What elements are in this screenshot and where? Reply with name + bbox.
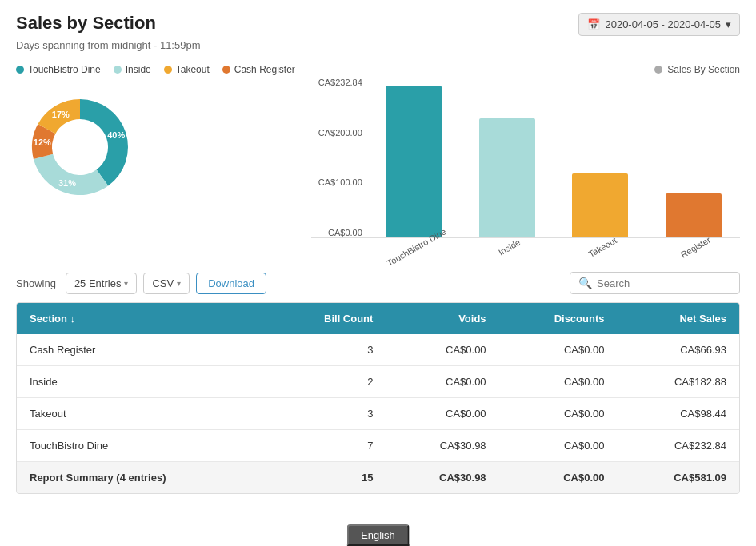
legend-label: TouchBistro Dine bbox=[28, 64, 101, 75]
legend-item: Cash Register bbox=[222, 64, 295, 75]
left-panel: TouchBistro DineInsideTakeoutCash Regist… bbox=[16, 64, 295, 211]
legend-item: Inside bbox=[114, 64, 151, 75]
table-header-cell[interactable]: Discounts bbox=[499, 303, 618, 334]
x-label-group: TouchBistro Dine bbox=[367, 238, 461, 253]
x-axis: TouchBistro DineInsideTakeoutRegister bbox=[311, 238, 740, 253]
bar-chart-inner: CA$232.84CA$200.00CA$100.00CA$0.00 bbox=[311, 78, 740, 238]
legend-label: Cash Register bbox=[234, 64, 295, 75]
x-label-group: Takeout bbox=[554, 238, 647, 253]
x-axis-label: Inside bbox=[497, 237, 522, 257]
language-button[interactable]: English bbox=[346, 524, 410, 546]
table-cell: CA$0.00 bbox=[499, 430, 618, 462]
table-summary-row: Report Summary (4 entries)15CA$30.98CA$0… bbox=[17, 462, 739, 494]
date-picker-button[interactable]: 📅 2020-04-05 - 2020-04-05 ▾ bbox=[578, 13, 740, 36]
bar-group bbox=[367, 86, 461, 237]
legend-dot bbox=[222, 66, 230, 74]
table-header-cell[interactable]: Voids bbox=[386, 303, 498, 334]
subtitle: Days spanning from midnight - 11:59pm bbox=[16, 39, 740, 51]
table-header-cell[interactable]: Section ↓ bbox=[17, 303, 270, 334]
table-cell: 2 bbox=[270, 366, 386, 398]
x-label-group: Inside bbox=[460, 238, 554, 253]
table-cell: Cash Register bbox=[17, 334, 270, 366]
summary-cell: CA$30.98 bbox=[386, 462, 498, 494]
donut-chart: 40%31%12%17% bbox=[16, 83, 144, 211]
bar bbox=[572, 173, 628, 237]
search-input[interactable] bbox=[597, 277, 731, 289]
table-cell: CA$0.00 bbox=[499, 334, 618, 366]
toolbar: Showing 25 Entries ▾ CSV ▾ Download 🔍 bbox=[16, 272, 740, 294]
summary-cell: CA$0.00 bbox=[499, 462, 618, 494]
table-cell: 3 bbox=[270, 334, 386, 366]
donut-segment bbox=[80, 99, 128, 186]
date-caret-icon: ▾ bbox=[726, 18, 731, 30]
page: Sales by Section 📅 2020-04-05 - 2020-04-… bbox=[0, 0, 756, 546]
donut-label: 12% bbox=[34, 137, 51, 147]
legend-dot bbox=[114, 66, 122, 74]
legend-label: Inside bbox=[126, 64, 151, 75]
format-dropdown[interactable]: CSV ▾ bbox=[143, 273, 190, 294]
entries-dropdown[interactable]: 25 Entries ▾ bbox=[66, 273, 138, 294]
entries-caret-icon: ▾ bbox=[124, 279, 128, 288]
donut-label: 40% bbox=[107, 130, 125, 140]
legend-dot bbox=[16, 66, 24, 74]
table-body: Cash Register3CA$0.00CA$0.00CA$66.93Insi… bbox=[17, 334, 739, 493]
y-axis-label: CA$200.00 bbox=[311, 129, 362, 137]
x-axis-label: Register bbox=[679, 235, 712, 260]
donut-label: 31% bbox=[58, 178, 76, 188]
table-row: TouchBistro Dine7CA$30.98CA$0.00CA$232.8… bbox=[17, 430, 739, 462]
summary-cell: Report Summary (4 entries) bbox=[17, 462, 270, 494]
table-cell: 7 bbox=[270, 430, 386, 462]
table-cell: CA$0.00 bbox=[386, 366, 498, 398]
table-cell: CA$0.00 bbox=[499, 398, 618, 430]
legend-item: Takeout bbox=[164, 64, 210, 75]
legend-item: TouchBistro Dine bbox=[16, 64, 101, 75]
x-label-group: Register bbox=[646, 238, 740, 253]
y-axis-label: CA$100.00 bbox=[311, 178, 362, 187]
donut-label: 17% bbox=[52, 110, 70, 119]
page-title: Sales by Section bbox=[16, 13, 156, 34]
table-row: Takeout3CA$0.00CA$0.00CA$98.44 bbox=[17, 398, 739, 430]
legend: TouchBistro DineInsideTakeoutCash Regist… bbox=[16, 64, 295, 75]
table-row: Cash Register3CA$0.00CA$0.00CA$66.93 bbox=[17, 334, 739, 366]
table-header-cell[interactable]: Net Sales bbox=[617, 303, 739, 334]
search-wrapper: 🔍 bbox=[570, 272, 740, 294]
bar bbox=[386, 86, 442, 237]
bar-chart-legend: Sales By Section bbox=[311, 64, 740, 75]
bar-chart: Sales By Section CA$232.84CA$200.00CA$10… bbox=[311, 64, 740, 253]
table-cell: CA$98.44 bbox=[617, 398, 739, 430]
summary-cell: 15 bbox=[270, 462, 386, 494]
chart-section: TouchBistro DineInsideTakeoutCash Regist… bbox=[16, 64, 740, 253]
bar-legend-label: Sales By Section bbox=[667, 64, 740, 75]
table-cell: CA$66.93 bbox=[617, 334, 739, 366]
format-caret-icon: ▾ bbox=[177, 279, 181, 288]
table-cell: CA$182.88 bbox=[617, 366, 739, 398]
bar bbox=[479, 118, 535, 237]
legend-label: Takeout bbox=[176, 64, 210, 75]
bar bbox=[666, 193, 722, 237]
showing-label: Showing bbox=[16, 277, 56, 289]
table-cell: CA$0.00 bbox=[386, 334, 498, 366]
bar-group bbox=[554, 173, 647, 237]
table-cell: CA$232.84 bbox=[617, 430, 739, 462]
table-header-cell[interactable]: Bill Count bbox=[270, 303, 386, 334]
table-cell: TouchBistro Dine bbox=[17, 430, 270, 462]
bar-group bbox=[646, 193, 740, 237]
bar-group bbox=[460, 118, 554, 237]
header: Sales by Section 📅 2020-04-05 - 2020-04-… bbox=[16, 13, 740, 36]
y-axis-label: CA$232.84 bbox=[311, 78, 362, 87]
table-cell: 3 bbox=[270, 398, 386, 430]
format-value: CSV bbox=[152, 277, 174, 289]
table-cell: CA$0.00 bbox=[499, 366, 618, 398]
x-axis-label: Takeout bbox=[586, 235, 618, 259]
table-cell: CA$0.00 bbox=[386, 398, 498, 430]
download-button[interactable]: Download bbox=[196, 273, 266, 294]
summary-cell: CA$581.09 bbox=[617, 462, 739, 494]
date-range-label: 2020-04-05 - 2020-04-05 bbox=[605, 18, 721, 30]
bar-legend-dot bbox=[654, 66, 662, 74]
table-cell: Inside bbox=[17, 366, 270, 398]
entries-value: 25 Entries bbox=[74, 277, 122, 289]
table-cell: CA$30.98 bbox=[386, 430, 498, 462]
data-table: Section ↓Bill CountVoidsDiscountsNet Sal… bbox=[16, 302, 740, 494]
table-row: Inside2CA$0.00CA$0.00CA$182.88 bbox=[17, 366, 739, 398]
calendar-icon: 📅 bbox=[587, 18, 600, 30]
